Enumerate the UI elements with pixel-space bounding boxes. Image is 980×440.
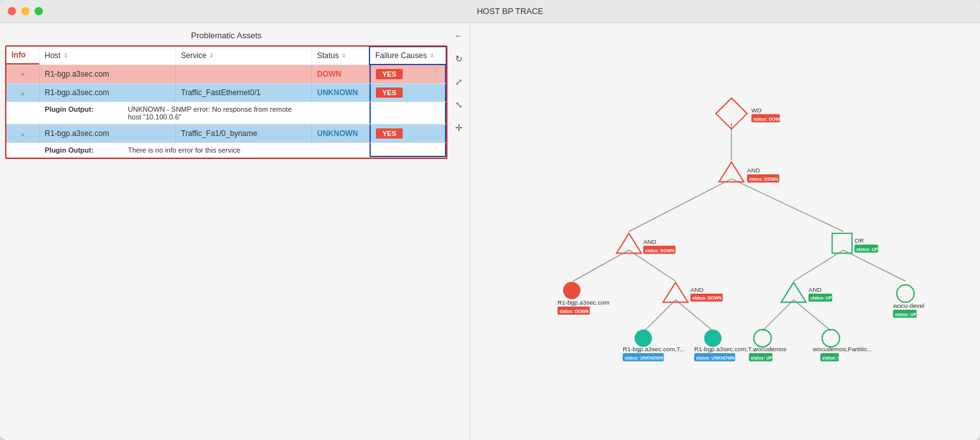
- problematic-assets-table: Info Host ⇕ Service ⇕ Status ⇕: [5, 45, 447, 159]
- maximize-button[interactable]: [35, 7, 43, 15]
- svc1-node[interactable]: [635, 330, 652, 347]
- col-failure-causes: Failure Causes ⇕: [369, 46, 447, 65]
- sort-status-icon[interactable]: ⇕: [341, 53, 346, 59]
- right-toolbar: ← ↻ ⤢ ⤡ ✛: [447, 23, 471, 440]
- and4-status-text: status: UP: [811, 296, 832, 300]
- plugin-label: Plugin Output:: [40, 143, 123, 157]
- wocudemos-label: wocudemos: [752, 345, 786, 353]
- refresh-button[interactable]: ↻: [451, 51, 467, 66]
- close-button[interactable]: [8, 7, 16, 15]
- r1bgp-host-node[interactable]: [563, 282, 580, 299]
- minimize-button[interactable]: [21, 7, 29, 15]
- svg-line-3: [573, 250, 628, 282]
- sort-service-icon[interactable]: ⇕: [209, 53, 214, 59]
- wocudemos-status-text: status: UP: [751, 356, 772, 360]
- col-service: Service ⇕: [176, 47, 312, 64]
- svg-line-4: [629, 250, 676, 282]
- row-toggle-icon[interactable]: ▾: [6, 65, 40, 83]
- wocu-devel-node[interactable]: [897, 285, 914, 302]
- row-toggle-icon[interactable]: ▴: [6, 84, 40, 102]
- svg-line-10: [793, 300, 830, 331]
- wd-status-text: status: DOWN: [753, 117, 782, 121]
- row-service: [176, 65, 312, 83]
- row-status: DOWN: [312, 65, 369, 83]
- panel-title: Problematic Assets: [5, 28, 447, 45]
- sort-host-icon[interactable]: ⇕: [63, 53, 68, 59]
- svc2-node[interactable]: [704, 330, 721, 347]
- row-host: R1-bgp.a3sec.com: [40, 125, 176, 142]
- svg-line-8: [676, 300, 713, 331]
- or1-status-text: status: UP: [857, 247, 878, 252]
- svc2-status-text: status: UNKNOWN: [696, 356, 735, 360]
- row-failure-causes: YES: [369, 125, 446, 142]
- and2-label: AND: [643, 238, 656, 245]
- table-row: ▾ R1-bgp.a3sec.com DOWN YES: [6, 65, 446, 84]
- and4-node[interactable]: [781, 282, 806, 302]
- wocudemos-part-label: wocudemos,Partitio...: [813, 345, 873, 353]
- wd-label: WD: [751, 107, 761, 114]
- svg-line-1: [629, 179, 731, 232]
- r1bgp-host-status-text: status: DOWN: [559, 309, 589, 314]
- titlebar: HOST BP TRACE: [0, 0, 980, 23]
- col-host: Host ⇕: [40, 47, 176, 64]
- row-host: R1-bgp.a3sec.com: [40, 65, 176, 83]
- svc1-status-text: status: UNKNOWN: [625, 356, 664, 360]
- row-service: Traffic_Fa1/0_byname: [176, 125, 312, 142]
- table-header: Info Host ⇕ Service ⇕ Status ⇕: [6, 47, 446, 65]
- and4-label: AND: [809, 286, 822, 293]
- wocudemos-node[interactable]: [754, 330, 771, 347]
- svg-line-2: [731, 179, 843, 232]
- row-service: Traffic_FastEthernet0/1: [176, 84, 312, 102]
- and3-node[interactable]: [663, 282, 688, 302]
- svg-line-7: [644, 300, 676, 331]
- col-info: Info: [6, 47, 40, 64]
- or1-node[interactable]: [832, 233, 852, 253]
- svg-line-9: [763, 300, 794, 331]
- content-area: Problematic Assets Info Host ⇕ Service ⇕: [0, 23, 980, 440]
- svc2-label: R1-bgp.a3sec.com,T...: [694, 345, 756, 353]
- row-host: R1-bgp.a3sec.com: [40, 84, 176, 102]
- left-panel: Problematic Assets Info Host ⇕ Service ⇕: [0, 23, 447, 440]
- main-window: HOST BP TRACE Problematic Assets Info Ho…: [0, 0, 980, 440]
- expand-button[interactable]: ⤢: [451, 74, 467, 89]
- collapse-button[interactable]: ⤡: [451, 97, 467, 112]
- or1-label: OR: [855, 237, 864, 244]
- wocu-devel-status-text: status: UP: [895, 312, 917, 317]
- plugin-output-row: Plugin Output: There is no info error fo…: [6, 143, 446, 158]
- row-toggle-icon[interactable]: ▴: [6, 125, 40, 142]
- plugin-value: UNKNOWN - SNMP error: No response from r…: [123, 102, 312, 124]
- table-row: ▴ R1-bgp.a3sec.com Traffic_Fa1/0_byname …: [6, 125, 446, 143]
- svg-line-5: [793, 250, 843, 282]
- tree-svg: WD status: DOWN AND status: DOWN AND sta…: [471, 23, 980, 440]
- and3-label: AND: [690, 286, 703, 293]
- move-button[interactable]: ✛: [451, 120, 467, 135]
- col-status: Status ⇕: [312, 47, 369, 64]
- svg-line-6: [843, 250, 905, 282]
- plugin-output-row: Plugin Output: UNKNOWN - SNMP error: No …: [6, 102, 446, 125]
- and1-status-text: status: DOWN: [749, 177, 778, 181]
- and1-label: AND: [747, 167, 761, 174]
- back-button[interactable]: ←: [451, 28, 467, 43]
- row-status: UNKNOWN: [312, 84, 369, 102]
- tree-panel: WD status: DOWN AND status: DOWN AND sta…: [471, 23, 980, 440]
- and3-status-text: status: DOWN: [692, 296, 722, 300]
- wocu-devel-label: wocu-devel: [892, 302, 924, 309]
- and2-status-text: status: DOWN: [645, 248, 674, 253]
- svc1-label: R1-bgp.a3sec.com,T...: [623, 345, 685, 353]
- r1bgp-host-label: R1-bgp.a3sec.com: [557, 299, 609, 306]
- sort-failure-icon[interactable]: ⇕: [430, 53, 435, 59]
- table-row: ▴ R1-bgp.a3sec.com Traffic_FastEthernet0…: [6, 84, 446, 102]
- plugin-value: There is no info error for this service: [123, 143, 312, 157]
- row-status: UNKNOWN: [312, 125, 369, 142]
- row-failure-causes: YES: [369, 84, 446, 102]
- plugin-label: Plugin Output:: [40, 102, 123, 124]
- wocudemos-part-status-text: status: OK: [822, 356, 844, 360]
- window-title: HOST BP TRACE: [48, 6, 972, 16]
- row-failure-causes: YES: [369, 65, 446, 83]
- wocudemos-part-node[interactable]: [822, 330, 839, 347]
